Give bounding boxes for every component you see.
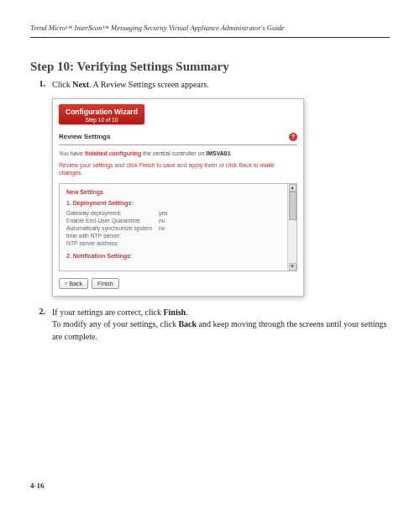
row-val: yes xyxy=(159,209,179,217)
step2-line2-pre: To modify any of your settings, click xyxy=(52,319,178,329)
row-key: Automatically synchronize system time wi… xyxy=(66,224,159,239)
step2-line2-bold: Back xyxy=(178,319,197,329)
intro-c: the central controller on xyxy=(141,150,206,156)
deployment-settings-label: 1. Deployment Settings: xyxy=(66,200,281,206)
step-body-2: If your settings are correct, click Fini… xyxy=(52,307,390,344)
page-number: 4-16 xyxy=(30,481,45,490)
chevron-left-icon: < xyxy=(65,281,68,286)
intro-b: finished configuring xyxy=(85,150,141,156)
row-key: Enable End-User Quarantine: xyxy=(66,217,159,224)
embedded-screenshot: Configuration Wizard Step 10 of 10 Revie… xyxy=(52,98,304,297)
review-intro-instructions: Review your settings and click Finish to… xyxy=(59,161,297,176)
step-body-1: Click Next. A Review Settings screen app… xyxy=(52,79,390,92)
step2-bold: Finish xyxy=(163,308,186,317)
new-settings-label: New Settings xyxy=(66,189,281,195)
scroll-track[interactable] xyxy=(289,192,297,263)
settings-row: NTP server address: xyxy=(66,239,281,247)
row-key: Gateway deployment: xyxy=(66,209,159,217)
row-key: NTP server address: xyxy=(66,239,159,247)
review-settings-heading: Review Settings xyxy=(59,133,110,140)
settings-row: Automatically synchronize system time wi… xyxy=(66,224,281,239)
finish-button-label: Finish xyxy=(97,281,113,287)
wizard-title: Configuration Wizard xyxy=(66,108,138,116)
wizard-banner: Configuration Wizard Step 10 of 10 xyxy=(59,104,144,124)
step-number-2: 2. xyxy=(30,307,52,344)
back-button[interactable]: <Back xyxy=(59,278,88,289)
scrollbar[interactable]: ▲ ▼ xyxy=(287,184,297,271)
row-val: no xyxy=(159,217,179,224)
step2-pre: If your settings are correct, click xyxy=(52,308,163,317)
settings-scroll-panel: New Settings 1. Deployment Settings: Gat… xyxy=(59,183,297,271)
step-number-1: 1. xyxy=(30,79,52,92)
step1-post: . A Review Settings screen appears. xyxy=(89,80,208,89)
finish-button[interactable]: Finish xyxy=(92,278,119,289)
intro-d: IMSVA01 xyxy=(206,150,230,156)
step2-post: . xyxy=(186,308,188,317)
intro-a: You have xyxy=(59,150,85,156)
step1-bold: Next xyxy=(72,80,89,89)
settings-row: Enable End-User Quarantine:no xyxy=(66,217,281,224)
scroll-thumb[interactable] xyxy=(289,192,297,220)
scroll-down-icon[interactable]: ▼ xyxy=(289,263,297,271)
help-icon[interactable]: ? xyxy=(289,133,297,141)
wizard-subtitle: Step 10 of 10 xyxy=(66,117,138,123)
running-header: Trend Micro™ InterScan™ Messaging Securi… xyxy=(30,24,390,38)
back-button-label: Back xyxy=(70,281,83,287)
row-val: no xyxy=(159,224,179,239)
step1-pre: Click xyxy=(52,80,72,89)
row-val xyxy=(159,239,179,247)
scroll-up-icon[interactable]: ▲ xyxy=(289,184,297,192)
notification-settings-label: 2. Notification Settings: xyxy=(66,253,281,259)
section-title: Step 10: Verifying Settings Summary xyxy=(30,60,390,74)
settings-row: Gateway deployment:yes xyxy=(66,209,281,217)
review-intro-line: You have finished configuring the centra… xyxy=(59,150,297,156)
